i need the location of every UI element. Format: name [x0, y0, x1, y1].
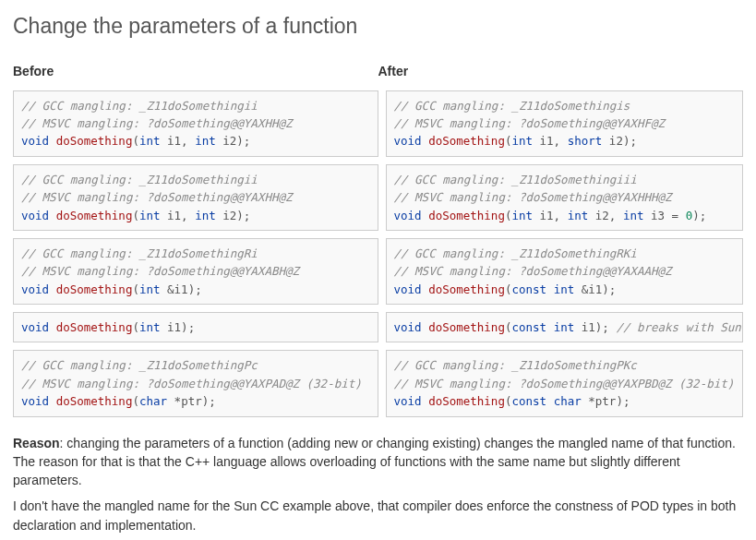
cell-after: // GCC mangling: _Z11doSomethingis // MS…: [378, 90, 744, 157]
cell-before: // GCC mangling: _Z11doSomethingii // MS…: [13, 90, 378, 157]
col-header-before: Before: [13, 62, 378, 82]
reason-label: Reason: [13, 436, 60, 450]
code-block: void doSomething(const int i1); // break…: [386, 312, 744, 342]
code-block: // GCC mangling: _Z11doSomethingPc // MS…: [13, 350, 378, 416]
cell-before: // GCC mangling: _Z11doSomethingii // MS…: [13, 164, 378, 231]
code-block: // GCC mangling: _Z11doSomethingiii // M…: [386, 164, 744, 231]
code-block: void doSomething(int i1);: [13, 312, 378, 342]
table-row: // GCC mangling: _Z11doSomethingRi // MS…: [13, 238, 743, 305]
comparison-table: Before After // GCC mangling: _Z11doSome…: [13, 54, 743, 424]
cell-after: void doSomething(const int i1); // break…: [378, 312, 744, 342]
code-block: // GCC mangling: _Z11doSomethingis // MS…: [386, 90, 744, 157]
section-title: Change the parameters of a function: [13, 11, 743, 42]
note-paragraph: I don't have the mangled name for the Su…: [13, 497, 743, 534]
code-block: // GCC mangling: _Z11doSomethingRi // MS…: [13, 238, 378, 305]
code-block: // GCC mangling: _Z11doSomethingRKi // M…: [386, 238, 744, 305]
table-row: // GCC mangling: _Z11doSomethingii // MS…: [13, 164, 743, 231]
cell-before: // GCC mangling: _Z11doSomethingPc // MS…: [13, 350, 378, 416]
cell-after: // GCC mangling: _Z11doSomethingiii // M…: [378, 164, 744, 231]
code-block: // GCC mangling: _Z11doSomethingii // MS…: [13, 164, 378, 231]
reason-text: : changing the parameters of a function …: [13, 436, 736, 488]
cell-before: // GCC mangling: _Z11doSomethingRi // MS…: [13, 238, 378, 305]
code-block: // GCC mangling: _Z11doSomethingPKc // M…: [386, 350, 744, 416]
table-row: // GCC mangling: _Z11doSomethingii // MS…: [13, 90, 743, 157]
col-header-after: After: [378, 62, 744, 82]
table-row: void doSomething(int i1);void doSomethin…: [13, 312, 743, 342]
cell-after: // GCC mangling: _Z11doSomethingPKc // M…: [378, 350, 744, 416]
reason-paragraph: Reason: changing the parameters of a fun…: [13, 434, 743, 490]
table-row: // GCC mangling: _Z11doSomethingPc // MS…: [13, 350, 743, 416]
cell-before: void doSomething(int i1);: [13, 312, 378, 342]
code-block: // GCC mangling: _Z11doSomethingii // MS…: [13, 90, 378, 157]
cell-after: // GCC mangling: _Z11doSomethingRKi // M…: [378, 238, 744, 305]
